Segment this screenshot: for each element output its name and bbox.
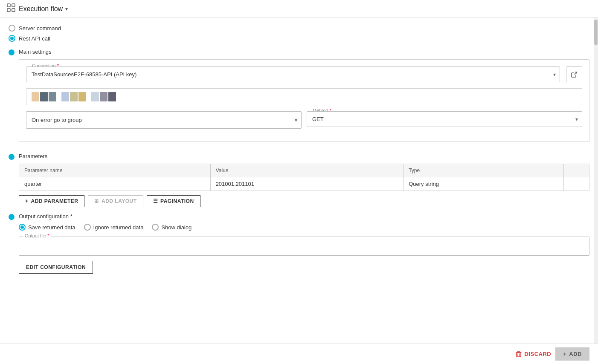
add-parameter-button[interactable]: + ADD PARAMETER [19,195,84,207]
swatch-1a [32,92,39,101]
swatch-group-1 [32,92,56,101]
svg-rect-1 [12,4,15,7]
layout-icon: ⊞ [94,198,99,204]
output-options-row: Save returned data Ignore returned data … [19,224,589,231]
rest-api-call-label[interactable]: Rest API call [19,35,50,42]
method-select-wrapper: GET ▾ [307,111,582,127]
swatch-2a [61,92,69,101]
pagination-button[interactable]: ☰ PAGINATION [147,195,200,207]
connection-select-wrapper: TestDataSourcesE2E-68585-API (API key) ▾ [26,66,560,82]
save-returned-label: Save returned data [28,224,75,231]
svg-rect-0 [7,4,10,7]
parameters-table: Parameter name Value Type quarter 201001… [19,164,589,191]
swatch-1b [40,92,48,101]
parameters-title: Parameters [19,153,589,159]
show-dialog-radio[interactable] [152,224,159,231]
page-title: Execution flow [19,5,63,13]
url-builder-row[interactable] [26,88,582,105]
parameters-content: Parameters Parameter name Value Type qua… [19,153,589,207]
param-value-cell: 201001.201101 [210,177,404,191]
main-content: Server command Rest API call Main settin… [0,18,598,344]
output-file-input[interactable] [19,237,589,256]
ignore-returned-radio[interactable] [84,224,91,231]
table-header-row: Parameter name Value Type [19,164,589,177]
server-command-option[interactable]: Server command [9,25,589,32]
method-field: Method * GET ▾ [307,111,582,129]
connection-select[interactable]: TestDataSourcesE2E-68585-API (API key) [26,66,560,82]
col-actions [564,164,589,177]
chevron-down-icon[interactable]: ▾ [65,6,68,12]
parameters-section: Parameters Parameter name Value Type qua… [9,153,589,207]
swatch-2b [70,92,78,101]
plus-icon: + [25,198,29,204]
add-button[interactable]: + ADD [555,347,589,361]
server-command-radio[interactable] [9,25,15,32]
main-settings-card: Connection * TestDataSourcesE2E-68585-AP… [19,59,589,142]
swatch-2c [78,92,86,101]
save-returned-radio[interactable] [19,224,26,231]
parameters-dot [9,154,15,160]
bottom-bar: DISCARD + ADD [0,344,598,364]
connection-row: TestDataSourcesE2E-68585-API (API key) ▾ [26,66,582,82]
external-link-button[interactable] [566,66,582,82]
ignore-returned-data-option[interactable]: Ignore returned data [84,224,144,231]
output-config-section: Output configuration * Save returned dat… [9,213,589,274]
table-row: quarter 201001.201101 Query string [19,177,589,191]
pagination-icon: ☰ [153,198,158,204]
output-file-field: Output file * [19,237,589,256]
rest-api-call-radio[interactable] [9,35,15,42]
error-group-select-wrapper: On error go to group ▾ [26,111,302,129]
svg-rect-3 [12,9,15,12]
swatch-3c [108,92,116,101]
save-returned-data-option[interactable]: Save returned data [19,224,75,231]
swatch-1c [49,92,56,101]
scrollbar-track[interactable] [594,18,598,344]
trash-icon [515,351,522,358]
output-config-content: Output configuration * Save returned dat… [19,213,589,274]
top-bar: Execution flow ▾ [0,0,598,18]
output-file-label: Output file * [23,233,51,238]
main-settings-section: Main settings Connection * TestDataSourc… [9,49,589,147]
param-action-row: + ADD PARAMETER ⊞ ADD LAYOUT ☰ PAGINATIO… [19,195,589,207]
svg-rect-4 [517,353,521,357]
scrollbar-thumb[interactable] [594,20,598,45]
add-layout-button[interactable]: ⊞ ADD LAYOUT [88,195,143,207]
edit-configuration-button[interactable]: EDIT CONFIGURATION [19,261,93,274]
server-command-label[interactable]: Server command [19,25,61,32]
param-type-cell: Query string [404,177,564,191]
swatch-3a [91,92,99,101]
main-settings-title: Main settings [19,49,589,55]
plus-icon: + [563,351,566,357]
col-value: Value [210,164,404,177]
swatch-3b [100,92,107,101]
error-method-row: On error go to group ▾ Method * GET [26,111,582,135]
show-dialog-label: Show dialog [161,224,192,231]
output-config-dot [9,214,15,220]
connection-field-group: Connection * TestDataSourcesE2E-68585-AP… [26,66,582,82]
execution-flow-icon [7,3,15,14]
main-settings-content: Main settings Connection * TestDataSourc… [19,49,589,147]
swatch-group-2 [61,92,86,101]
rest-api-call-option[interactable]: Rest API call [9,35,589,42]
output-config-title: Output configuration * [19,213,589,220]
swatch-group-3 [91,92,116,101]
ignore-returned-label: Ignore returned data [93,224,144,231]
main-settings-dot [9,49,15,55]
svg-rect-2 [7,9,10,12]
param-action-cell [564,177,589,191]
show-dialog-option[interactable]: Show dialog [152,224,192,231]
col-type: Type [404,164,564,177]
discard-button[interactable]: DISCARD [515,351,552,358]
error-group-select[interactable]: On error go to group [26,111,302,129]
error-group-field: On error go to group ▾ [26,111,302,129]
param-name-cell: quarter [19,177,211,191]
col-param-name: Parameter name [19,164,211,177]
method-select[interactable]: GET [307,111,582,127]
